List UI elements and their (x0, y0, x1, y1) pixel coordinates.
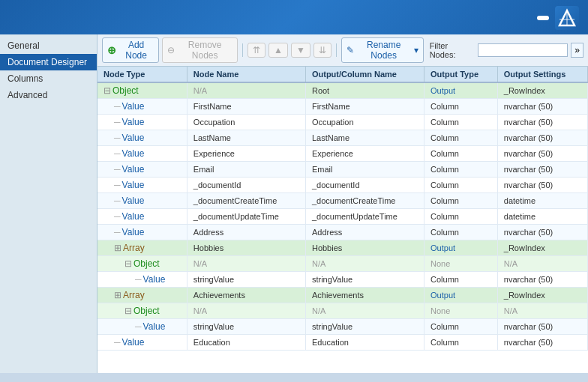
node-table: Node Type Node Name Output/Column Name O… (98, 67, 588, 351)
cell-output-name: Address (305, 225, 424, 240)
table-row[interactable]: ⊟ObjectN/AN/ANoneN/A (98, 303, 588, 319)
table-row[interactable]: ─ValuestringValuestringValueColumnnvarch… (98, 272, 588, 288)
cell-output-settings: nvarchar (50) (497, 178, 587, 193)
cell-node-type: ⊞Array (98, 288, 187, 303)
cell-node-name: LastName (187, 130, 305, 146)
cell-output-type: Column (424, 319, 498, 335)
content-area: ⊕ Add Node ⊖ Remove Nodes ⇈ ▲ ▼ ⇊ ✎ (98, 34, 588, 373)
table-container[interactable]: Node Type Node Name Output/Column Name O… (98, 67, 588, 373)
table-row[interactable]: ─ValueExperienceExperienceColumnnvarchar… (98, 146, 588, 162)
app-header (0, 0, 588, 34)
col-node-type: Node Type (98, 67, 187, 82)
cell-node-name: FirstName (187, 99, 305, 115)
move-down-icon: ▼ (296, 45, 305, 55)
rename-nodes-button[interactable]: ✎ Rename Nodes ▾ (341, 37, 424, 63)
cell-output-name: Hobbies (305, 240, 424, 256)
table-row[interactable]: ⊟ObjectN/ARootOutput_RowIndex (98, 82, 588, 99)
toolbar-separator-1 (242, 43, 243, 57)
table-row[interactable]: ─Value_documentUpdateTime_documentUpdate… (98, 209, 588, 225)
cell-output-name: _documentUpdateTime (305, 209, 424, 225)
table-row[interactable]: ─Value_documentCreateTime_documentCreate… (98, 193, 588, 209)
sidebar-item-columns[interactable]: Columns (0, 70, 97, 87)
col-output-settings: Output Settings (497, 67, 587, 82)
cell-output-name: N/A (305, 303, 424, 319)
table-header-row: Node Type Node Name Output/Column Name O… (98, 67, 588, 82)
table-row[interactable]: ─ValueEducationEducationColumnnvarchar (… (98, 335, 588, 351)
cell-node-type: ⊟Object (98, 303, 187, 319)
table-row[interactable]: ⊞ArrayHobbiesHobbiesOutput_RowIndex (98, 240, 588, 256)
cell-node-type: ─Value (98, 335, 187, 351)
powered-by-badge (537, 16, 549, 20)
cell-output-name: Email (305, 162, 424, 178)
move-down-button[interactable]: ▼ (291, 43, 310, 58)
move-top-button[interactable]: ⇈ (248, 43, 266, 58)
cell-node-type: ⊟Object (98, 256, 187, 272)
remove-nodes-label: Remove Nodes (177, 40, 232, 61)
cell-node-name: Hobbies (187, 240, 305, 256)
cell-output-settings: N/A (497, 303, 587, 319)
filter-input[interactable] (478, 43, 568, 57)
cell-output-name: stringValue (305, 319, 424, 335)
cell-node-name: N/A (187, 82, 305, 99)
cell-output-type: Column (424, 130, 498, 146)
add-node-label: Add Node (118, 40, 154, 61)
logo-svg (556, 7, 578, 28)
table-row[interactable]: ─ValueLastNameLastNameColumnnvarchar (50… (98, 130, 588, 146)
sidebar-item-advanced[interactable]: Advanced (0, 87, 97, 103)
rename-dropdown-icon: ▾ (414, 45, 418, 55)
cell-output-name: LastName (305, 130, 424, 146)
table-row[interactable]: ─ValueAddressAddressColumnnvarchar (50) (98, 225, 588, 240)
table-row[interactable]: ─ValueOccupationOccupationColumnnvarchar… (98, 115, 588, 130)
expand-icon: » (574, 45, 580, 55)
cell-output-type: Output (424, 240, 498, 256)
cell-output-type: Column (424, 225, 498, 240)
table-row[interactable]: ─Value_documentId_documentIdColumnnvarch… (98, 178, 588, 193)
table-row[interactable]: ⊞ArrayAchievementsAchievementsOutput_Row… (98, 288, 588, 303)
cell-output-name: Root (305, 82, 424, 99)
cell-output-type: Column (424, 99, 498, 115)
cell-output-settings: nvarchar (50) (497, 130, 587, 146)
remove-nodes-button[interactable]: ⊖ Remove Nodes (162, 37, 238, 63)
cell-node-name: Address (187, 225, 305, 240)
move-up-icon: ▲ (274, 45, 283, 55)
cell-output-settings: datetime (497, 193, 587, 209)
cell-output-type: Column (424, 146, 498, 162)
cell-node-type: ─Value (98, 272, 187, 288)
cell-output-type: Column (424, 115, 498, 130)
cell-output-settings: nvarchar (50) (497, 115, 587, 130)
add-icon: ⊕ (107, 44, 116, 56)
add-node-button[interactable]: ⊕ Add Node (102, 37, 159, 63)
cell-node-name: Education (187, 335, 305, 351)
cell-output-settings: nvarchar (50) (497, 272, 587, 288)
cell-node-name: stringValue (187, 272, 305, 288)
cell-output-name: Occupation (305, 115, 424, 130)
cell-output-settings: N/A (497, 256, 587, 272)
cell-output-type: None (424, 256, 498, 272)
cell-output-settings: nvarchar (50) (497, 162, 587, 178)
sidebar-item-general[interactable]: General (0, 37, 97, 54)
table-row[interactable]: ─ValueFirstNameFirstNameColumnnvarchar (… (98, 99, 588, 115)
toolbar-separator-2 (336, 43, 337, 57)
cell-node-type: ⊟Object (98, 82, 187, 99)
filter-expand-button[interactable]: » (571, 43, 584, 58)
cell-node-type: ─Value (98, 115, 187, 130)
cell-node-name: Email (187, 162, 305, 178)
cell-output-type: Output (424, 288, 498, 303)
cell-output-settings: nvarchar (50) (497, 99, 587, 115)
table-row[interactable]: ─ValueEmailEmailColumnnvarchar (50) (98, 162, 588, 178)
sidebar-item-document-designer[interactable]: Document Designer (0, 54, 97, 70)
move-up-button[interactable]: ▲ (268, 43, 288, 58)
cell-output-name: _documentCreateTime (305, 193, 424, 209)
remove-icon: ⊖ (167, 45, 175, 55)
cell-output-type: Column (424, 209, 498, 225)
toolbar: ⊕ Add Node ⊖ Remove Nodes ⇈ ▲ ▼ ⇊ ✎ (98, 34, 588, 67)
table-row[interactable]: ─ValuestringValuestringValueColumnnvarch… (98, 319, 588, 335)
table-row[interactable]: ⊟ObjectN/AN/ANoneN/A (98, 256, 588, 272)
move-top-icon: ⇈ (253, 45, 260, 55)
cell-node-type: ─Value (98, 193, 187, 209)
cell-output-type: Column (424, 178, 498, 193)
cell-output-settings: _RowIndex (497, 288, 587, 303)
cell-output-type: Column (424, 162, 498, 178)
cell-output-name: stringValue (305, 272, 424, 288)
move-bottom-button[interactable]: ⇊ (314, 43, 332, 58)
